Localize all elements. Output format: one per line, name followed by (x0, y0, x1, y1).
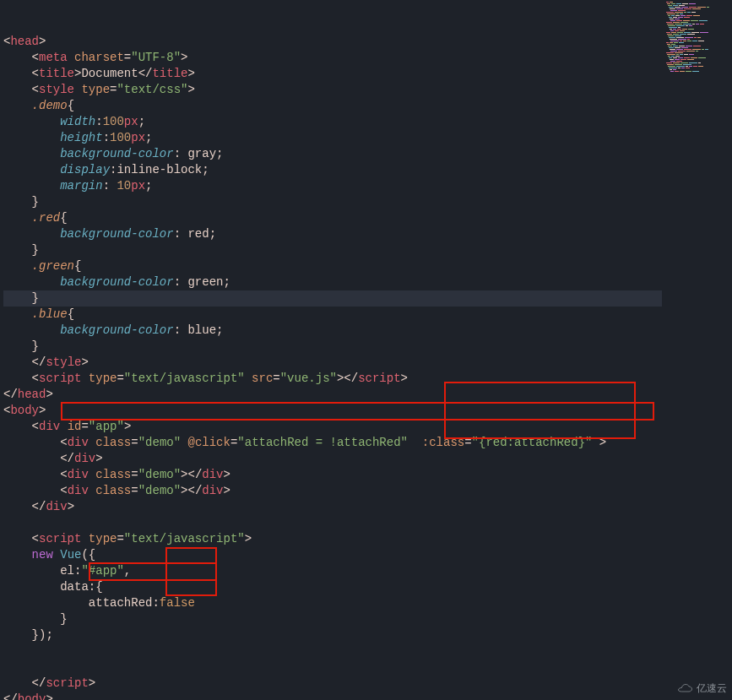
code-line: .demo{ (3, 98, 732, 114)
watermark-text: 亿速云 (697, 681, 727, 697)
watermark: 亿速云 (676, 681, 727, 697)
code-line: el:"#app", (3, 563, 732, 579)
code-line: display:inline-block; (3, 162, 732, 178)
code-line: <script type="text/javascript" src="vue.… (3, 371, 732, 387)
code-line: <div class="demo" @click="attachRed = !a… (3, 435, 732, 451)
code-line (3, 643, 732, 659)
code-line: <div class="demo"></div> (3, 483, 732, 499)
code-line: background-color: gray; (3, 146, 732, 162)
code-line: .green{ (3, 258, 732, 274)
code-line: margin: 10px; (3, 178, 732, 194)
code-editor: <head> <meta charset="UTF-8"> <title>Doc… (0, 0, 732, 700)
code-line: height:100px; (3, 130, 732, 146)
code-line: } (3, 194, 732, 210)
code-line: width:100px; (3, 114, 732, 130)
code-line: </div> (3, 499, 732, 515)
code-line: </body> (3, 692, 732, 700)
code-block: <head> <meta charset="UTF-8"> <title>Doc… (3, 34, 732, 700)
code-line: <script type="text/javascript"> (3, 531, 732, 547)
code-line: <style type="text/css"> (3, 82, 732, 98)
code-line: new Vue({ (3, 547, 732, 563)
code-line: } (3, 339, 732, 355)
code-line: background-color: red; (3, 226, 732, 242)
code-line (3, 515, 732, 531)
code-line: } (3, 242, 732, 258)
code-line: .blue{ (3, 307, 732, 323)
cloud-icon (676, 683, 693, 695)
code-line: </script> (3, 676, 732, 692)
code-line (3, 659, 732, 676)
code-line: } (3, 290, 662, 307)
code-line: data:{ (3, 579, 732, 595)
code-line: </div> (3, 451, 732, 467)
code-line: <head> (3, 34, 732, 50)
code-line: background-color: blue; (3, 323, 732, 339)
code-line: <meta charset="UTF-8"> (3, 50, 732, 66)
code-line: <title>Document</title> (3, 66, 732, 82)
code-line: }); (3, 627, 732, 643)
code-line: <div class="demo"></div> (3, 467, 732, 483)
code-line: attachRed:false (3, 595, 732, 611)
code-line: </style> (3, 355, 732, 371)
code-line: } (3, 611, 732, 627)
code-line: <body> (3, 403, 732, 419)
code-line: <div id="app"> (3, 419, 732, 435)
code-line: </head> (3, 387, 732, 403)
code-line: .red{ (3, 210, 732, 226)
code-line: background-color: green; (3, 274, 732, 290)
